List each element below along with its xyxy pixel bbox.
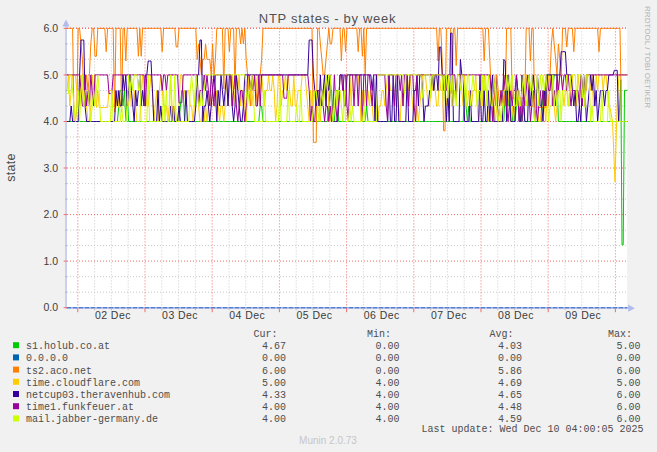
svg-text:6.0: 6.0 <box>43 22 58 34</box>
svg-text:ts2.aco.net: ts2.aco.net <box>26 366 92 377</box>
svg-text:4.00: 4.00 <box>375 414 399 425</box>
svg-text:NTP states - by week: NTP states - by week <box>259 11 396 26</box>
svg-text:4.69: 4.69 <box>498 378 522 389</box>
svg-text:5.86: 5.86 <box>498 366 522 377</box>
svg-text:Avg:: Avg: <box>489 329 513 340</box>
svg-text:07 Dec: 07 Dec <box>431 309 467 321</box>
svg-text:mail.jabber-germany.de: mail.jabber-germany.de <box>26 414 158 425</box>
svg-text:time1.funkfeuer.at: time1.funkfeuer.at <box>26 402 134 413</box>
svg-text:netcup03.theravenhub.com: netcup03.theravenhub.com <box>26 390 170 401</box>
svg-text:4.65: 4.65 <box>498 390 522 401</box>
svg-text:08 Dec: 08 Dec <box>498 309 534 321</box>
svg-text:Max:: Max: <box>608 329 632 340</box>
svg-text:4.00: 4.00 <box>375 402 399 413</box>
svg-text:4.67: 4.67 <box>262 341 286 352</box>
svg-text:s1.holub.co.at: s1.holub.co.at <box>26 341 110 352</box>
svg-text:time.cloudflare.com: time.cloudflare.com <box>26 378 140 389</box>
svg-text:1.0: 1.0 <box>43 255 58 267</box>
svg-text:4.00: 4.00 <box>375 390 399 401</box>
svg-text:04 Dec: 04 Dec <box>229 309 265 321</box>
svg-text:5.00: 5.00 <box>616 378 640 389</box>
svg-text:02 Dec: 02 Dec <box>95 309 131 321</box>
svg-text:6.00: 6.00 <box>616 402 640 413</box>
svg-text:4.00: 4.00 <box>375 378 399 389</box>
svg-text:4.03: 4.03 <box>498 341 522 352</box>
svg-text:0.00: 0.00 <box>616 353 640 364</box>
svg-text:Min:: Min: <box>367 329 391 340</box>
svg-text:06 Dec: 06 Dec <box>364 309 400 321</box>
svg-text:state: state <box>4 153 18 182</box>
svg-text:0.0: 0.0 <box>43 301 58 313</box>
svg-text:03 Dec: 03 Dec <box>162 309 198 321</box>
svg-text:0.00: 0.00 <box>375 366 399 377</box>
svg-text:09 Dec: 09 Dec <box>565 309 601 321</box>
svg-text:4.48: 4.48 <box>498 402 522 413</box>
svg-text:6.00: 6.00 <box>262 366 286 377</box>
svg-text:4.33: 4.33 <box>262 390 286 401</box>
svg-text:0.0.0.0: 0.0.0.0 <box>26 353 68 364</box>
svg-text:0.00: 0.00 <box>375 341 399 352</box>
svg-text:Cur:: Cur: <box>253 329 277 340</box>
svg-text:2.0: 2.0 <box>43 208 58 220</box>
svg-text:05 Dec: 05 Dec <box>297 309 333 321</box>
svg-text:6.00: 6.00 <box>616 390 640 401</box>
svg-text:5.0: 5.0 <box>43 69 58 81</box>
svg-text:Last update: Wed Dec 10 04:00:: Last update: Wed Dec 10 04:00:05 2025 <box>421 424 643 435</box>
svg-text:RRDTOOL / TOBI OETIKER: RRDTOOL / TOBI OETIKER <box>643 6 652 108</box>
svg-text:6.00: 6.00 <box>616 366 640 377</box>
svg-text:4.0: 4.0 <box>43 115 58 127</box>
svg-text:4.00: 4.00 <box>262 414 286 425</box>
svg-text:0.00: 0.00 <box>262 353 286 364</box>
svg-text:0.00: 0.00 <box>498 353 522 364</box>
svg-text:0.00: 0.00 <box>375 353 399 364</box>
svg-text:5.00: 5.00 <box>262 378 286 389</box>
svg-text:3.0: 3.0 <box>43 162 58 174</box>
svg-text:4.00: 4.00 <box>262 402 286 413</box>
svg-text:5.00: 5.00 <box>616 341 640 352</box>
svg-text:Munin 2.0.73: Munin 2.0.73 <box>299 435 357 446</box>
